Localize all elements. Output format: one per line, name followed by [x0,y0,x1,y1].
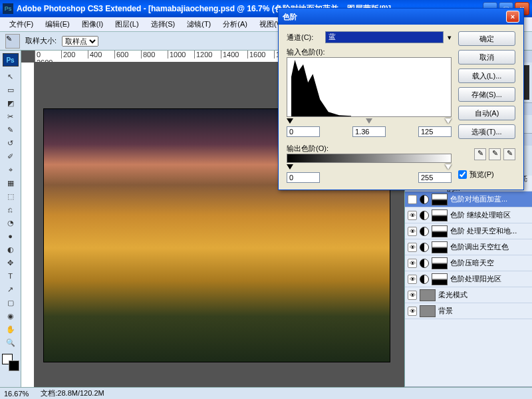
white-eyedropper-icon[interactable]: ✎ [503,148,515,160]
visibility-icon[interactable]: 👁 [408,211,417,220]
layer-row[interactable]: 👁色阶 继续处理暗区 [405,207,532,223]
visibility-icon[interactable]: 👁 [408,259,417,268]
layer-mask-thumb[interactable] [432,225,448,237]
toolbox: Ps ↖▭◩✂✎↺✐⌖▦⬚⎌◔●◐✥T↗▢◉✋🔍 [0,51,21,387]
menu-item[interactable]: 文件(F) [4,18,39,31]
layer-row[interactable]: 👁背景 [405,303,532,319]
channel-dropdown-icon[interactable]: ▾ [448,33,452,42]
input-white-field[interactable] [418,126,452,137]
tool-button[interactable]: ↖ [3,70,19,83]
levels-dialog: 色阶 × 通道(C): 蓝 ▾ 输入色阶(I): 输出色阶(O): [278,8,524,190]
visibility-icon[interactable]: 👁 [408,291,417,300]
ok-button[interactable]: 确定 [458,31,515,46]
layer-mask-thumb[interactable] [432,257,448,269]
tool-button[interactable]: ◐ [3,243,19,256]
white-point-slider[interactable] [445,118,452,124]
tool-button[interactable]: ◉ [3,309,19,323]
out-white-slider[interactable] [445,164,452,170]
layer-row[interactable]: 👁色阶对地面加蓝... [405,192,532,207]
levels-histogram [287,57,452,117]
tool-button[interactable]: ● [3,229,19,243]
layer-name: 背景 [438,306,453,316]
menu-item[interactable]: 图层(L) [110,18,144,31]
layer-mask-thumb[interactable] [432,194,448,205]
cancel-button[interactable]: 取消 [458,50,515,65]
tool-button[interactable]: ↺ [3,136,19,150]
layer-thumb[interactable] [420,305,436,317]
channel-select[interactable]: 蓝 [325,31,444,43]
gamma-slider[interactable] [366,118,372,124]
input-black-field[interactable] [287,126,320,137]
output-sliders[interactable] [287,164,452,170]
menu-item[interactable]: 选择(S) [146,18,181,31]
sample-size-label: 取样大小: [25,36,57,46]
black-point-slider[interactable] [287,118,293,124]
output-white-field[interactable] [418,172,452,183]
sample-size-select[interactable]: 取样点 [62,36,98,47]
input-sliders[interactable] [287,118,452,124]
tool-button[interactable]: 🔍 [3,336,19,349]
layer-mask-thumb[interactable] [432,241,448,253]
layer-thumb[interactable] [420,289,436,301]
eyedropper-tool-icon[interactable]: ✎ [5,34,20,49]
tool-button[interactable]: ✎ [3,123,19,136]
options-button[interactable]: 选项(T)... [458,124,515,139]
adjustment-icon [420,243,429,252]
load-button[interactable]: 载入(L)... [458,68,515,83]
output-black-field[interactable] [287,172,320,183]
input-gamma-field[interactable] [352,126,386,137]
adjustment-icon [420,259,429,268]
tool-button[interactable]: ▭ [3,83,19,96]
tool-button[interactable]: ▢ [3,296,19,309]
menu-item[interactable]: 分析(A) [217,18,253,31]
tool-button[interactable]: T [3,269,19,283]
preview-check[interactable] [458,170,467,179]
layer-list: 👁新空白图层黑画笔压过亮的...👁色阶对地面加蓝...👁色阶 继续处理暗区👁色阶… [405,176,532,386]
layer-name: 色阶 处理天空和地... [450,226,517,236]
zoom-level[interactable]: 16.67% [4,390,29,398]
layer-row[interactable]: 👁色阶压暗天空 [405,255,532,271]
layer-name: 色阶处理阳光区 [450,274,501,284]
input-levels-label: 输入色阶(I): [287,48,325,56]
tool-button[interactable]: ▦ [3,176,19,190]
ps-app-icon: Ps [3,3,13,14]
tool-button[interactable]: ⬚ [3,190,19,203]
doc-size: 文档:28.8M/120.2M [41,388,104,398]
out-black-slider[interactable] [287,164,293,170]
tool-button[interactable]: ✐ [3,150,19,163]
tool-button[interactable]: ↗ [3,283,19,296]
layer-mask-thumb[interactable] [432,209,448,221]
visibility-icon[interactable]: 👁 [408,307,417,316]
dialog-close-button[interactable]: × [506,11,519,23]
layer-mask-thumb[interactable] [432,273,448,285]
background-swatch[interactable] [9,360,19,371]
layer-row[interactable]: 👁柔光模式 [405,287,532,303]
tool-button[interactable]: ◔ [3,216,19,229]
black-eyedropper-icon[interactable]: ✎ [474,148,486,160]
visibility-icon[interactable]: 👁 [408,275,417,284]
save-button[interactable]: 存储(S)... [458,87,515,102]
menu-item[interactable]: 编辑(E) [40,18,75,31]
dialog-title: 色阶 [283,12,297,22]
visibility-icon[interactable]: 👁 [408,243,417,252]
output-levels-label: 输出色阶(O): [287,144,329,152]
tool-button[interactable]: ⎌ [3,203,19,216]
tool-button[interactable]: ◩ [3,96,19,110]
layer-row[interactable]: 👁色阶处理阳光区 [405,271,532,287]
layer-row[interactable]: 👁色阶调出天空红色 [405,239,532,255]
gray-eyedropper-icon[interactable]: ✎ [489,148,501,160]
preview-checkbox[interactable]: 预览(P) [458,170,515,180]
visibility-icon[interactable]: 👁 [408,195,417,204]
menu-item[interactable]: 图像(I) [76,18,108,31]
tool-button[interactable]: ✥ [3,256,19,269]
color-swatches[interactable] [2,354,19,371]
ps-logo-icon: Ps [3,53,19,66]
auto-button[interactable]: 自动(A) [458,106,515,120]
visibility-icon[interactable]: 👁 [408,227,417,236]
tool-button[interactable]: ✂ [3,110,19,123]
layer-row[interactable]: 👁色阶 处理天空和地... [405,223,532,239]
dialog-titlebar[interactable]: 色阶 × [279,9,523,25]
menu-item[interactable]: 滤镜(T) [182,18,216,31]
tool-button[interactable]: ✋ [3,323,19,336]
tool-button[interactable]: ⌖ [3,163,19,176]
